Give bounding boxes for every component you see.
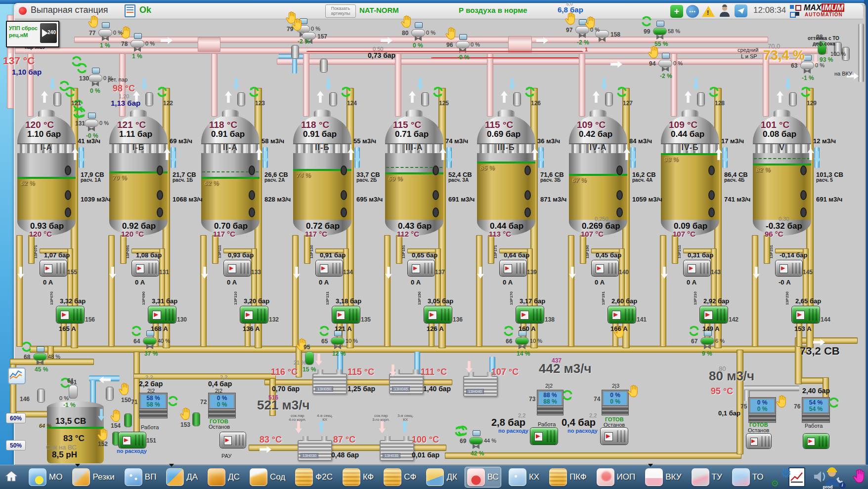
instrument[interactable] <box>789 93 796 106</box>
touch-icon[interactable] <box>852 468 867 487</box>
pump-13P131[interactable] <box>332 306 360 323</box>
pump-13P151[interactable] <box>408 260 434 276</box>
instrument[interactable] <box>697 93 704 106</box>
instrument[interactable] <box>320 59 327 72</box>
heat-exchanger-13Н045[interactable]: 13Н045 <box>389 373 424 394</box>
pump-num: 142 <box>729 317 738 323</box>
taskbar-item-КХ[interactable]: КХ <box>507 467 541 487</box>
pump-13P191[interactable] <box>608 306 636 323</box>
home-icon[interactable] <box>5 470 18 484</box>
taskbar-item-ВС[interactable]: ВС <box>465 467 501 487</box>
taskbar-item-Резки[interactable]: Резки <box>70 467 116 487</box>
upp-reset-button[interactable]: УПП сбросрец.нМ 240 <box>6 21 59 47</box>
pump-13P190[interactable] <box>592 260 618 276</box>
prod-worker-icon[interactable]: prod i <box>813 466 845 489</box>
valve-69[interactable] <box>470 438 482 444</box>
instrument[interactable] <box>146 93 153 106</box>
pump-running[interactable] <box>530 428 558 445</box>
valve-63[interactable] <box>801 62 814 69</box>
taskbar-item-Сод[interactable]: Сод <box>248 467 287 487</box>
valve-130[interactable] <box>89 75 102 82</box>
pump-13P130[interactable] <box>316 260 343 276</box>
heat-exchanger-13Н050[interactable]: 13Н050 <box>312 373 347 394</box>
valve-78[interactable] <box>131 41 144 47</box>
pump-13P070[interactable] <box>56 306 84 323</box>
pump-running[interactable] <box>119 432 146 448</box>
add-icon[interactable]: + <box>670 5 683 18</box>
taskbar-item-ИОП[interactable]: ИОП <box>595 467 638 487</box>
valve-65[interactable] <box>331 338 344 344</box>
valve-80[interactable] <box>412 30 425 36</box>
taskbar-item-ТО[interactable]: ТО <box>730 467 766 487</box>
instrument[interactable] <box>38 389 44 402</box>
taskbar-icon-Ф2С <box>295 468 313 486</box>
pump-13P090[interactable] <box>148 306 176 323</box>
valve-94[interactable] <box>659 60 672 67</box>
taskbar-item-ВКУ[interactable]: ВКУ <box>643 467 683 487</box>
instrument[interactable] <box>514 93 521 106</box>
pump-13P071[interactable] <box>40 260 67 276</box>
valve-99[interactable] <box>653 28 666 35</box>
vessel-top-temp: 109 °С <box>577 120 606 130</box>
heat-exchanger-13Н040[interactable]: 13Н040 <box>463 376 498 397</box>
taskbar-item-ДК[interactable]: ДК <box>424 467 459 487</box>
valve-77[interactable] <box>99 30 112 36</box>
taskbar-item-СФ[interactable]: СФ <box>382 467 418 487</box>
pump-stopped[interactable] <box>601 428 628 445</box>
taskbar-item-ДА[interactable]: ДА <box>164 467 200 487</box>
trend-chart-button[interactable] <box>8 367 26 384</box>
pump-running[interactable] <box>803 434 829 448</box>
taskbar-item-ВП[interactable]: ВП <box>123 467 159 487</box>
instrument[interactable] <box>606 93 612 106</box>
operator-icon[interactable] <box>718 4 732 20</box>
instrument[interactable] <box>292 45 299 58</box>
valve-66[interactable] <box>516 338 528 344</box>
taskbar-item-ДС[interactable]: ДС <box>206 467 242 487</box>
instrument[interactable] <box>422 93 429 106</box>
pump-13P211[interactable] <box>684 260 710 276</box>
pump-stopped[interactable] <box>746 434 771 448</box>
instrument[interactable] <box>330 93 337 106</box>
level-60-button[interactable]: 60% <box>6 413 26 423</box>
show-articles-button[interactable]: Показать артикулы <box>325 4 356 18</box>
taskbar-item-КФ[interactable]: КФ <box>341 467 376 487</box>
telegram-icon[interactable] <box>735 4 747 17</box>
pump-13P230[interactable] <box>792 306 820 323</box>
level-50-button[interactable]: 50% <box>6 440 26 450</box>
heat-exchanger-13Н030[interactable]: 13Н030 <box>298 440 332 461</box>
pump-13P170[interactable] <box>516 306 544 323</box>
warning-icon[interactable]: ! <box>702 6 715 17</box>
pump-13P231[interactable] <box>776 260 802 276</box>
instrument[interactable] <box>54 93 61 106</box>
vfd-display-74[interactable]: 0 %0 % <box>602 390 628 407</box>
pump-13P111[interactable] <box>224 260 251 276</box>
vfd-display-73[interactable]: 88 %88 % <box>537 390 563 407</box>
valve-68[interactable] <box>34 354 46 360</box>
instrument[interactable] <box>106 387 113 400</box>
valve-96[interactable] <box>456 41 469 48</box>
vfd-display-72[interactable]: 0 %0 % <box>209 393 235 409</box>
taskbar-item-Ф2С[interactable]: Ф2С <box>293 467 335 487</box>
pump-13P171[interactable] <box>500 260 526 276</box>
taskbar-item-ПКФ[interactable]: ПКФ <box>547 467 588 487</box>
chat-icon[interactable]: ••• <box>686 5 699 18</box>
valve-131[interactable] <box>85 120 98 126</box>
pump-amps: 166 А <box>610 326 628 332</box>
vfd-display-75[interactable]: 0 %0 % <box>749 398 776 414</box>
vfd-display-76[interactable]: 54 %54 % <box>802 398 829 414</box>
heat-exchanger-13Н035[interactable]: 13Н035 <box>380 440 414 461</box>
valve-64[interactable] <box>143 338 156 344</box>
vfd-display-71[interactable]: 58 %58 % <box>139 393 167 409</box>
pump-13P110[interactable] <box>240 306 268 323</box>
air-pressure-status: Р воздуха в норме <box>459 6 527 14</box>
pump-13P150[interactable] <box>424 306 452 323</box>
pump-13P210[interactable] <box>700 306 728 323</box>
valve-67[interactable] <box>701 338 714 344</box>
instrument[interactable] <box>193 413 200 426</box>
instrument[interactable] <box>125 414 131 427</box>
pump-stopped[interactable] <box>220 432 246 448</box>
taskbar-item-МО[interactable]: МО <box>27 467 64 487</box>
instrument[interactable] <box>238 93 245 106</box>
taskbar-item-ТУ[interactable]: ТУ <box>690 467 724 487</box>
pump-13P091[interactable] <box>132 260 159 276</box>
